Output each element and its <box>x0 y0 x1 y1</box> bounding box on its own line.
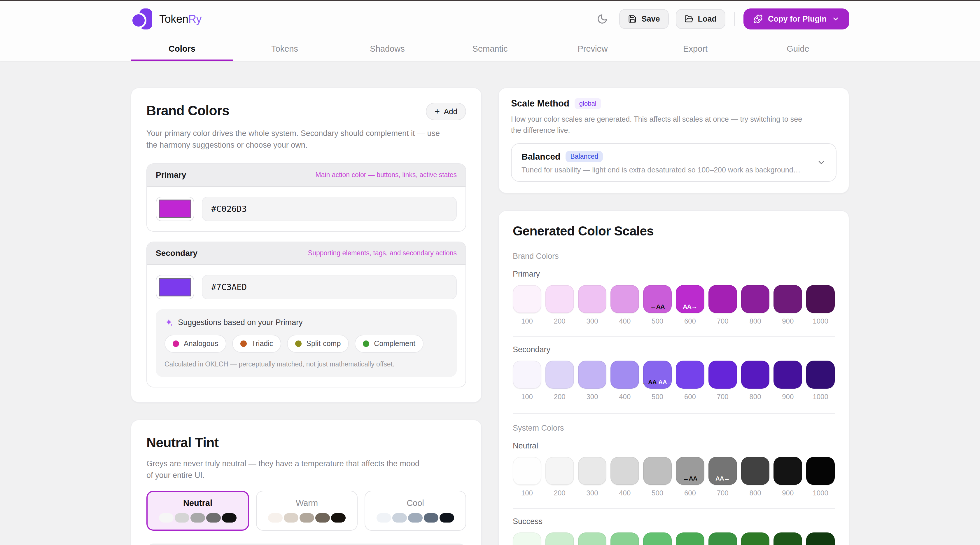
scale-step-label: 1000 <box>806 317 835 325</box>
tab-guide[interactable]: Guide <box>747 37 850 61</box>
scale-swatch-success-700[interactable] <box>708 532 737 545</box>
harmony-chip-complement[interactable]: Complement <box>355 335 423 353</box>
scale-step-label: 400 <box>611 489 639 497</box>
scale-swatch-success-800[interactable] <box>741 532 770 545</box>
scale-swatch-primary-1000[interactable] <box>806 285 835 313</box>
tint-preview-dot <box>424 513 438 523</box>
scale-swatch-neutral-400[interactable] <box>611 457 639 485</box>
tab-shadows[interactable]: Shadows <box>336 37 439 61</box>
scale-swatch-neutral-1000[interactable] <box>806 457 835 485</box>
secondary-color-picker[interactable] <box>156 275 194 300</box>
tab-export[interactable]: Export <box>644 37 747 61</box>
scale-swatch-secondary-200[interactable] <box>546 361 574 389</box>
tab-label: Preview <box>578 44 608 53</box>
scale-step-label: 100 <box>513 317 541 325</box>
scale-swatch-success-200[interactable] <box>546 532 574 545</box>
scale-swatch-secondary-1000[interactable] <box>806 361 835 389</box>
tint-option-warm[interactable]: Warm <box>256 491 358 531</box>
tint-option-label: Neutral <box>183 498 212 508</box>
scale-step-label: 1000 <box>806 393 835 401</box>
scale-swatch-primary-400[interactable] <box>611 285 639 313</box>
tab-tokens[interactable]: Tokens <box>233 37 336 61</box>
tab-semantic[interactable]: Semantic <box>439 37 541 61</box>
scale-swatch-primary-300[interactable] <box>578 285 607 313</box>
scale-swatch-secondary-600[interactable] <box>676 361 705 389</box>
app-header: TokenRy Save <box>0 1 980 61</box>
harmony-chip-analogous[interactable]: Analogous <box>164 335 226 353</box>
header-divider <box>734 12 735 26</box>
scale-swatch-primary-900[interactable] <box>773 285 802 313</box>
tab-preview[interactable]: Preview <box>541 37 644 61</box>
contrast-aa-badges: ←AA <box>643 303 672 310</box>
scale-swatch-secondary-900[interactable] <box>773 361 802 389</box>
scale-step-label: 200 <box>546 317 574 325</box>
copy-for-plugin-button[interactable]: Copy for Plugin <box>743 8 850 29</box>
scale-swatch-neutral-300[interactable] <box>578 457 607 485</box>
primary-hex-input[interactable] <box>202 197 457 221</box>
folder-open-icon <box>684 14 693 23</box>
aa-threshold-light-text: AA→ <box>683 303 697 310</box>
scale-swatch-success-900[interactable] <box>773 532 802 545</box>
scale-swatch-neutral-500[interactable] <box>643 457 672 485</box>
scale-swatch-secondary-100[interactable] <box>513 361 541 389</box>
tint-option-neutral[interactable]: Neutral <box>146 491 249 531</box>
neutral-tint-description: Greys are never truly neutral — they hav… <box>146 458 421 481</box>
scale-swatch-secondary-300[interactable] <box>578 361 607 389</box>
scale-swatch-primary-500[interactable]: ←AA <box>643 285 672 313</box>
secondary-hex-input[interactable] <box>202 275 457 300</box>
scale-swatch-neutral-900[interactable] <box>773 457 802 485</box>
tint-option-cool[interactable]: Cool <box>364 491 466 531</box>
scale-swatch-success-100[interactable] <box>513 532 541 545</box>
scale-tick-row: 1002003004005006007008009001000 <box>513 489 835 497</box>
tint-swatch-preview <box>365 513 466 523</box>
scale-tick-row: 1002003004005006007008009001000 <box>513 317 835 325</box>
brand-colors-description: Your primary color drives the whole syst… <box>146 128 451 151</box>
scale-swatch-neutral-200[interactable] <box>546 457 574 485</box>
scale-swatch-success-600[interactable] <box>676 532 705 545</box>
save-button[interactable]: Save <box>619 9 668 29</box>
scale-step-label: 300 <box>578 393 607 401</box>
scale-method-select[interactable]: Balanced Balanced Tuned for usability — … <box>511 143 837 182</box>
scale-swatch-neutral-700[interactable]: AA→ <box>708 457 737 485</box>
aa-threshold-dark-text: ←AA <box>683 475 697 482</box>
primary-label: Primary <box>156 171 186 180</box>
tint-option-row: Neutral Warm Cool <box>146 491 466 531</box>
primary-color-swatch <box>159 199 191 218</box>
generated-scales-card: Generated Color Scales Brand Colors Prim… <box>498 210 850 545</box>
scale-swatch-neutral-800[interactable] <box>741 457 770 485</box>
scale-swatch-primary-800[interactable] <box>741 285 770 313</box>
right-column: Scale Method global How your color scale… <box>498 88 850 545</box>
chip-label: Analogous <box>184 339 218 348</box>
primary-color-picker[interactable] <box>156 197 194 221</box>
scale-swatch-neutral-600[interactable]: ←AA <box>676 457 705 485</box>
scale-swatch-neutral-100[interactable] <box>513 457 541 485</box>
scale-swatch-primary-700[interactable] <box>708 285 737 313</box>
scale-swatch-success-400[interactable] <box>611 532 639 545</box>
scale-swatch-success-300[interactable] <box>578 532 607 545</box>
scale-swatch-primary-100[interactable] <box>513 285 541 313</box>
tab-label: Shadows <box>370 44 404 53</box>
scale-swatch-secondary-400[interactable] <box>611 361 639 389</box>
scale-swatch-secondary-800[interactable] <box>741 361 770 389</box>
dark-mode-toggle[interactable] <box>592 9 612 29</box>
scale-method-card: Scale Method global How your color scale… <box>498 88 850 193</box>
scale-swatch-primary-200[interactable] <box>546 285 574 313</box>
scale-swatch-primary-600[interactable]: AA→ <box>676 285 705 313</box>
tint-option-label: Cool <box>407 498 424 508</box>
add-color-button[interactable]: + Add <box>426 103 466 120</box>
scale-swatch-success-500[interactable] <box>643 532 672 545</box>
scale-method-title: Scale Method <box>511 98 570 109</box>
scale-swatch-secondary-700[interactable] <box>708 361 737 389</box>
harmony-chip-split-comp[interactable]: Split-comp <box>287 335 349 353</box>
scale-step-label: 900 <box>773 489 802 497</box>
chip-color-dot <box>363 341 369 347</box>
scale-swatch-secondary-500[interactable]: ←AAAA→ <box>643 361 672 389</box>
load-button[interactable]: Load <box>676 9 725 29</box>
harmony-chip-triadic[interactable]: Triadic <box>232 335 281 353</box>
aa-threshold-light-text: AA→ <box>658 379 673 386</box>
scale-swatch-success-1000[interactable] <box>806 532 835 545</box>
harmony-suggestions: Suggestions based on your Primary Analog… <box>156 309 457 377</box>
tint-option-label: Warm <box>296 498 318 508</box>
tint-preview-dot <box>315 513 330 523</box>
tab-colors[interactable]: Colors <box>130 37 233 61</box>
